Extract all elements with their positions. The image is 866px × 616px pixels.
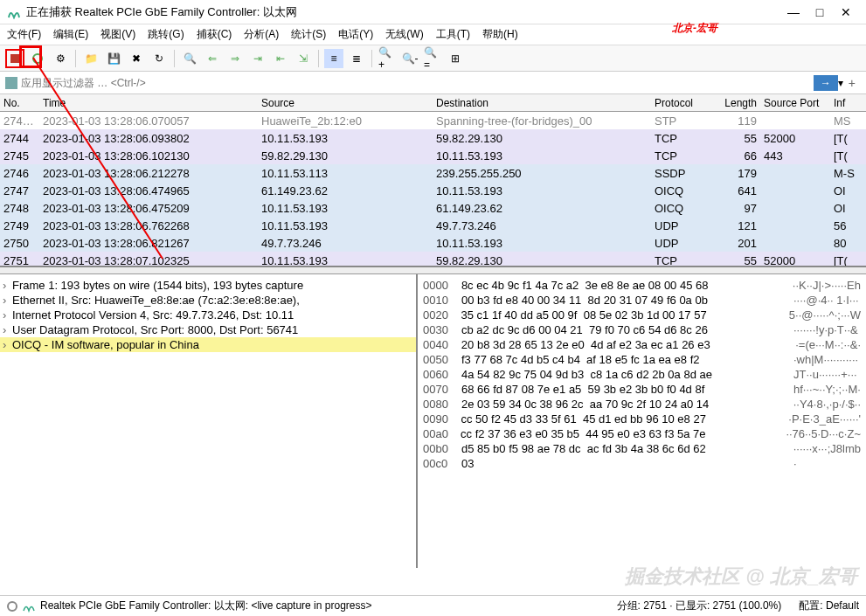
col-destination[interactable]: Destination bbox=[433, 97, 651, 109]
hex-row[interactable]: 007068 66 fd 87 08 7e e1 a5 59 3b e2 3b … bbox=[423, 382, 861, 397]
menu-edit[interactable]: 编辑(E) bbox=[53, 27, 88, 42]
filter-input[interactable] bbox=[21, 77, 814, 89]
packet-row[interactable]: 27452023-01-03 13:28:06.10213059.82.29.1… bbox=[0, 147, 866, 164]
window-title: 正在捕获 Realtek PCIe GbE Family Controller:… bbox=[26, 4, 780, 20]
close-file-icon[interactable]: ✖ bbox=[127, 49, 146, 68]
prev-icon[interactable]: ⇐ bbox=[203, 49, 222, 68]
colorize-icon[interactable]: ≣ bbox=[347, 49, 366, 68]
packet-row[interactable]: 27482023-01-03 13:28:06.47520910.11.53.1… bbox=[0, 199, 866, 217]
packet-row[interactable]: 27492023-01-03 13:28:06.76226810.11.53.1… bbox=[0, 217, 866, 234]
col-length[interactable]: Length bbox=[712, 97, 760, 109]
col-source-port[interactable]: Source Port bbox=[760, 97, 830, 109]
last-icon[interactable]: ⇲ bbox=[294, 49, 313, 68]
annotation-label: 北京-宏哥 bbox=[672, 21, 717, 36]
menu-help[interactable]: 帮助(H) bbox=[482, 27, 518, 42]
svg-point-0 bbox=[33, 54, 42, 63]
minimize-button[interactable]: — bbox=[780, 3, 807, 21]
maximize-button[interactable]: □ bbox=[807, 3, 833, 21]
zoom-out-icon[interactable]: 🔍- bbox=[400, 49, 419, 68]
hex-dump-pane[interactable]: 00008c ec 4b 9c f1 4a 7c a2 3e e8 8e ae … bbox=[418, 274, 866, 568]
menubar: 文件(F) 编辑(E) 视图(V) 跳转(G) 捕获(C) 分析(A) 统计(S… bbox=[0, 24, 866, 45]
hex-row[interactable]: 0090cc 50 f2 45 d3 33 5f 61 45 d1 ed bb … bbox=[423, 412, 861, 426]
packet-row[interactable]: 27472023-01-03 13:28:06.47496561.149.23.… bbox=[0, 182, 866, 199]
menu-telephony[interactable]: 电话(Y) bbox=[338, 27, 373, 42]
jump-icon[interactable]: ⇥ bbox=[248, 49, 267, 68]
open-icon[interactable]: 📁 bbox=[81, 49, 100, 68]
status-bar: Realtek PCIe GbE Family Controller: 以太网:… bbox=[0, 595, 866, 616]
autoscroll-icon[interactable]: ≡ bbox=[324, 49, 343, 68]
tree-node[interactable]: User Datagram Protocol, Src Port: 8000, … bbox=[0, 322, 416, 337]
hex-row[interactable]: 002035 c1 1f 40 dd a5 00 9f 08 5e 02 3b … bbox=[423, 308, 861, 322]
menu-tools[interactable]: 工具(T) bbox=[436, 27, 470, 42]
packet-row[interactable]: 274…2023-01-03 13:28:06.070057HuaweiTe_2… bbox=[0, 112, 866, 129]
zoom-reset-icon[interactable]: 🔍= bbox=[423, 49, 442, 68]
col-protocol[interactable]: Protocol bbox=[651, 97, 712, 109]
hex-row[interactable]: 0030cb a2 dc 9c d6 00 04 21 79 f0 70 c6 … bbox=[423, 322, 861, 337]
status-counts: 分组: 2751 · 已显示: 2751 (100.0%) bbox=[617, 599, 782, 613]
hex-row[interactable]: 00008c ec 4b 9c f1 4a 7c a2 3e e8 8e ae … bbox=[423, 278, 861, 293]
toolbar: ⚙ 📁 💾 ✖ ↻ 🔍 ⇐ ⇒ ⇥ ⇤ ⇲ ≡ ≣ 🔍+ 🔍- 🔍= ⊞ bbox=[0, 45, 866, 72]
packet-details-tree[interactable]: Frame 1: 193 bytes on wire (1544 bits), … bbox=[0, 274, 418, 568]
resize-columns-icon[interactable]: ⊞ bbox=[446, 49, 465, 68]
col-time[interactable]: Time bbox=[39, 97, 258, 109]
hex-row[interactable]: 00b0d5 85 b0 f5 98 ae 78 dc ac fd 3b 4a … bbox=[423, 441, 861, 456]
hex-row[interactable]: 00604a 54 82 9c 75 04 9d b3 c8 1a c6 d2 … bbox=[423, 367, 861, 382]
menu-file[interactable]: 文件(F) bbox=[7, 27, 41, 42]
menu-stats[interactable]: 统计(S) bbox=[291, 27, 326, 42]
status-profile[interactable]: 配置: Default bbox=[799, 599, 859, 613]
packet-row[interactable]: 27502023-01-03 13:28:06.82126749.7.73.24… bbox=[0, 234, 866, 252]
hex-row[interactable]: 00802e 03 59 34 0c 38 96 2c aa 70 9c 2f … bbox=[423, 397, 861, 412]
wireshark-icon bbox=[7, 5, 21, 19]
tree-node[interactable]: Internet Protocol Version 4, Src: 49.7.7… bbox=[0, 308, 416, 322]
menu-view[interactable]: 视图(V) bbox=[100, 27, 135, 42]
next-icon[interactable]: ⇒ bbox=[225, 49, 245, 68]
packet-header: No. Time Source Destination Protocol Len… bbox=[0, 94, 866, 112]
hex-row[interactable]: 00c003 · bbox=[423, 456, 861, 471]
hex-row[interactable]: 001000 b3 fd e8 40 00 34 11 8d 20 31 07 … bbox=[423, 293, 861, 308]
menu-capture[interactable]: 捕获(C) bbox=[197, 27, 232, 42]
packet-row[interactable]: 27462023-01-03 13:28:06.21227810.11.53.1… bbox=[0, 164, 866, 182]
tree-node[interactable]: Frame 1: 193 bytes on wire (1544 bits), … bbox=[0, 278, 416, 293]
first-icon[interactable]: ⇤ bbox=[271, 49, 290, 68]
reload-icon[interactable]: ↻ bbox=[149, 49, 169, 68]
tree-node[interactable]: Ethernet II, Src: HuaweiTe_e8:8e:ae (7c:… bbox=[0, 293, 416, 308]
col-no[interactable]: No. bbox=[0, 97, 39, 109]
bookmark-icon[interactable] bbox=[5, 77, 17, 89]
hex-row[interactable]: 004020 b8 3d 28 65 13 2e e0 4d af e2 3a … bbox=[423, 337, 861, 352]
packet-list[interactable]: No. Time Source Destination Protocol Len… bbox=[0, 94, 866, 267]
menu-go[interactable]: 跳转(G) bbox=[148, 27, 184, 42]
packet-row[interactable]: 27442023-01-03 13:28:06.09380210.11.53.1… bbox=[0, 129, 866, 147]
tree-node[interactable]: OICQ - IM software, popular in China bbox=[0, 337, 416, 352]
stop-capture-button[interactable] bbox=[5, 49, 24, 68]
search-icon[interactable]: 🔍 bbox=[180, 49, 199, 68]
col-info[interactable]: Inf bbox=[830, 97, 856, 109]
close-button[interactable]: ✕ bbox=[833, 3, 859, 21]
zoom-in-icon[interactable]: 🔍+ bbox=[378, 49, 397, 68]
status-interface: Realtek PCIe GbE Family Controller: 以太网:… bbox=[40, 599, 371, 613]
menu-wireless[interactable]: 无线(W) bbox=[385, 27, 423, 42]
dropdown-icon[interactable]: ▾ bbox=[838, 77, 843, 89]
save-icon[interactable]: 💾 bbox=[104, 49, 123, 68]
hex-row[interactable]: 0050f3 77 68 7c 4d b5 c4 b4 af 18 e5 fc … bbox=[423, 352, 861, 367]
restart-icon[interactable] bbox=[28, 49, 47, 68]
find-icon[interactable]: ⚙ bbox=[51, 49, 70, 68]
splitter[interactable] bbox=[0, 267, 866, 274]
apply-filter-button[interactable]: → bbox=[814, 75, 838, 91]
capture-icon bbox=[23, 600, 35, 613]
packet-row[interactable]: 27512023-01-03 13:28:07.10232510.11.53.1… bbox=[0, 252, 866, 267]
filter-bar: → ▾ + bbox=[0, 72, 866, 94]
hex-row[interactable]: 00a0cc f2 37 36 e3 e0 35 b5 44 95 e0 e3 … bbox=[423, 426, 861, 441]
col-source[interactable]: Source bbox=[258, 97, 433, 109]
menu-analyze[interactable]: 分析(A) bbox=[244, 27, 279, 42]
add-filter-button[interactable]: + bbox=[849, 76, 856, 90]
titlebar: 正在捕获 Realtek PCIe GbE Family Controller:… bbox=[0, 0, 866, 24]
expert-info-icon[interactable] bbox=[7, 601, 17, 612]
